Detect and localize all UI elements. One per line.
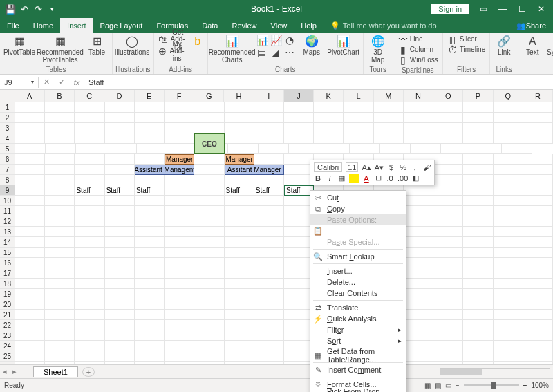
- cell-R24[interactable]: [523, 341, 553, 351]
- cell-B16[interactable]: [45, 258, 75, 268]
- cell-B6[interactable]: [45, 154, 75, 165]
- cell-B10[interactable]: [45, 196, 75, 206]
- cell-H1[interactable]: [225, 102, 254, 113]
- cell-G3[interactable]: [194, 123, 224, 133]
- cell-I10[interactable]: [254, 196, 284, 206]
- cell-C7[interactable]: [75, 165, 104, 175]
- cell-H7[interactable]: Assitant Manager: [225, 165, 284, 175]
- row-head-24[interactable]: 24: [0, 341, 15, 351]
- cell-R9[interactable]: [523, 185, 553, 196]
- cell-R14[interactable]: [523, 237, 553, 248]
- row-head-5[interactable]: 5: [0, 144, 15, 154]
- cell-F8[interactable]: [165, 175, 194, 185]
- cell-D18[interactable]: [105, 279, 135, 289]
- cell-R2[interactable]: [523, 113, 553, 123]
- cell-Q13[interactable]: [494, 227, 523, 237]
- col-head-M[interactable]: M: [374, 90, 404, 102]
- cell-E13[interactable]: [135, 227, 165, 237]
- cell-P18[interactable]: [463, 279, 493, 289]
- row-head-9[interactable]: 9: [0, 185, 15, 196]
- cell-H16[interactable]: [225, 258, 254, 268]
- cell-D4[interactable]: [105, 133, 135, 144]
- horizontal-scrollbar[interactable]: [440, 368, 550, 375]
- row-head-13[interactable]: 13: [0, 227, 15, 237]
- cell-C4[interactable]: [75, 133, 104, 144]
- row-head-26[interactable]: 26: [0, 362, 15, 364]
- cell-E11[interactable]: [135, 206, 165, 216]
- cell-N18[interactable]: [404, 279, 433, 289]
- cell-Q6[interactable]: [494, 154, 523, 165]
- ctx-paste-icon[interactable]: 📋📋: [310, 225, 406, 236]
- cell-M3[interactable]: [374, 123, 404, 133]
- cell-Q8[interactable]: [494, 175, 523, 185]
- cell-A14[interactable]: [15, 237, 45, 248]
- cell-A12[interactable]: [15, 216, 45, 227]
- cell-P1[interactable]: [463, 102, 493, 113]
- cell-E22[interactable]: [135, 320, 165, 330]
- cell-G24[interactable]: [194, 341, 224, 351]
- cell-K3[interactable]: [314, 123, 344, 133]
- link-button[interactable]: 🔗Link: [493, 35, 515, 57]
- cell-N21[interactable]: [404, 310, 433, 320]
- cell-H9[interactable]: Staff: [225, 185, 254, 196]
- pivottable-button[interactable]: ▦PivotTable: [3, 35, 36, 57]
- cell-R18[interactable]: [523, 279, 553, 289]
- cell-D10[interactable]: [105, 196, 135, 206]
- sheet-nav-next[interactable]: ▸: [10, 367, 19, 376]
- cell-B22[interactable]: [45, 320, 75, 330]
- cell-N16[interactable]: [404, 258, 433, 268]
- cell-Q15[interactable]: [494, 248, 523, 258]
- cell-C16[interactable]: [75, 258, 104, 268]
- ctx-get-data-from-table-range-[interactable]: ▦Get Data from Table/Range...: [310, 350, 406, 361]
- cell-H17[interactable]: [225, 268, 254, 279]
- cell-Q22[interactable]: [494, 320, 523, 330]
- cell-D14[interactable]: [105, 237, 135, 248]
- currency-icon[interactable]: $: [387, 163, 395, 171]
- cell-R23[interactable]: [523, 330, 553, 341]
- cell-D6[interactable]: [105, 154, 135, 165]
- ctx-delete-[interactable]: Delete...: [310, 277, 406, 288]
- cell-O16[interactable]: [433, 258, 463, 268]
- cell-C19[interactable]: [75, 289, 104, 299]
- cell-C12[interactable]: [75, 216, 104, 227]
- col-head-D[interactable]: D: [104, 90, 134, 102]
- cell-Q12[interactable]: [494, 216, 523, 227]
- cell-B11[interactable]: [45, 206, 75, 216]
- cell-F26[interactable]: [165, 362, 194, 364]
- slicer-button[interactable]: ▥Slicer: [446, 35, 487, 45]
- cell-E16[interactable]: [135, 258, 165, 268]
- cell-G26[interactable]: [194, 362, 224, 364]
- cell-P16[interactable]: [463, 258, 493, 268]
- cell-B9[interactable]: [45, 185, 75, 196]
- cell-C3[interactable]: [75, 123, 104, 133]
- cell-E6[interactable]: [135, 154, 165, 165]
- cell-E9[interactable]: Staff: [135, 185, 165, 196]
- cell-P4[interactable]: [463, 133, 493, 144]
- cell-I13[interactable]: [254, 227, 284, 237]
- cell-D20[interactable]: [105, 299, 135, 310]
- cell-I6[interactable]: [254, 154, 284, 165]
- ctx-insert-[interactable]: Insert...: [310, 265, 406, 277]
- col-head-N[interactable]: N: [404, 90, 433, 102]
- row-head-6[interactable]: 6: [0, 154, 15, 165]
- cell-E4[interactable]: [135, 133, 165, 144]
- cell-N2[interactable]: [404, 113, 433, 123]
- cell-M1[interactable]: [374, 102, 404, 113]
- tell-me[interactable]: 💡Tell me what you want to do: [324, 18, 444, 33]
- cell-C23[interactable]: [75, 330, 104, 341]
- bing-button[interactable]: b: [191, 35, 205, 48]
- cell-C18[interactable]: [75, 279, 104, 289]
- cell-E25[interactable]: [135, 351, 165, 362]
- cell-F11[interactable]: [165, 206, 194, 216]
- cell-D5[interactable]: [106, 144, 137, 154]
- cell-P11[interactable]: [463, 206, 493, 216]
- ctx-sort[interactable]: Sort▸: [310, 335, 406, 346]
- cell-O6[interactable]: [433, 154, 463, 165]
- cell-P13[interactable]: [463, 227, 493, 237]
- cell-C2[interactable]: [75, 113, 104, 123]
- cell-A2[interactable]: [15, 113, 45, 123]
- 3dmap-button[interactable]: 🌐3D Map: [366, 35, 390, 64]
- cell-I20[interactable]: [254, 299, 284, 310]
- scatter-chart-icon[interactable]: ⋯: [284, 47, 295, 58]
- formula-input[interactable]: Staff: [84, 78, 553, 86]
